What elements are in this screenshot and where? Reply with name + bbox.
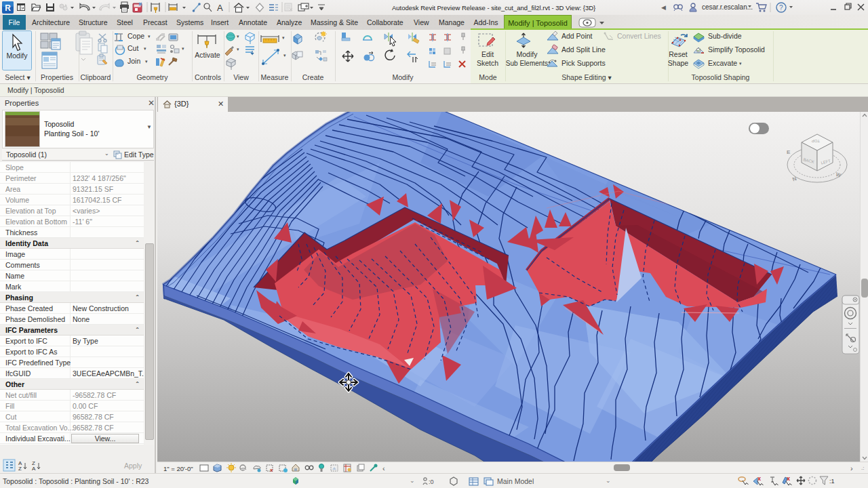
svg-text:Simplify Toposolid: Simplify Toposolid [708, 45, 765, 54]
svg-text:Add Point: Add Point [561, 32, 593, 40]
svg-text:Convert Lines: Convert Lines [617, 32, 661, 40]
svg-text:Sketch: Sketch [477, 59, 498, 67]
svg-text:E: E [787, 149, 791, 155]
svg-text:W: W [835, 171, 842, 179]
svg-text:▾: ▾ [282, 35, 285, 40]
svg-text:Reset: Reset [669, 50, 688, 58]
svg-text:Edit: Edit [481, 50, 494, 58]
svg-text:Sub Elements: Sub Elements [506, 60, 548, 67]
svg-text:Cut: Cut [127, 44, 138, 52]
svg-text:x: x [757, 475, 761, 482]
svg-text:▾: ▾ [237, 34, 239, 39]
svg-text:A: A [217, 3, 223, 13]
svg-text:▾: ▾ [148, 34, 151, 39]
svg-text:Cope: Cope [127, 32, 144, 40]
svg-text:▾: ▾ [182, 46, 184, 51]
svg-text:▾: ▾ [739, 61, 742, 66]
svg-text:◀: ◀ [661, 4, 666, 11]
svg-text:Join: Join [127, 57, 140, 65]
svg-text:▾: ▾ [283, 53, 286, 58]
svg-text:TOP: TOP [812, 139, 820, 143]
svg-text:Add Split Line: Add Split Line [561, 45, 606, 54]
svg-text:Modify: Modify [7, 52, 28, 60]
svg-text::1: :1 [829, 478, 835, 485]
svg-text:Excavate: Excavate [708, 59, 737, 67]
svg-text:‹: ‹ [382, 464, 385, 472]
svg-text:Apply: Apply [124, 462, 142, 470]
svg-text:Pick Supports: Pick Supports [561, 59, 606, 67]
svg-text::0: :0 [429, 479, 434, 485]
svg-text:Modify: Modify [517, 50, 538, 58]
svg-text:Shape: Shape [668, 59, 689, 67]
svg-text:A: A [32, 466, 36, 472]
svg-text:Z: Z [18, 466, 22, 472]
svg-text:▾: ▾ [237, 47, 239, 52]
svg-text:x: x [787, 475, 790, 482]
svg-text:▾: ▾ [144, 46, 146, 51]
svg-text:Sub-divide: Sub-divide [708, 32, 742, 40]
svg-text:N: N [791, 176, 797, 183]
svg-text:R: R [5, 3, 11, 13]
svg-text:cesar.r.escalan...: cesar.r.escalan... [702, 3, 753, 11]
svg-text:x: x [270, 467, 273, 473]
svg-text:▾: ▾ [145, 59, 148, 64]
svg-text:Activate: Activate [195, 51, 220, 59]
svg-text:?: ? [779, 4, 783, 12]
